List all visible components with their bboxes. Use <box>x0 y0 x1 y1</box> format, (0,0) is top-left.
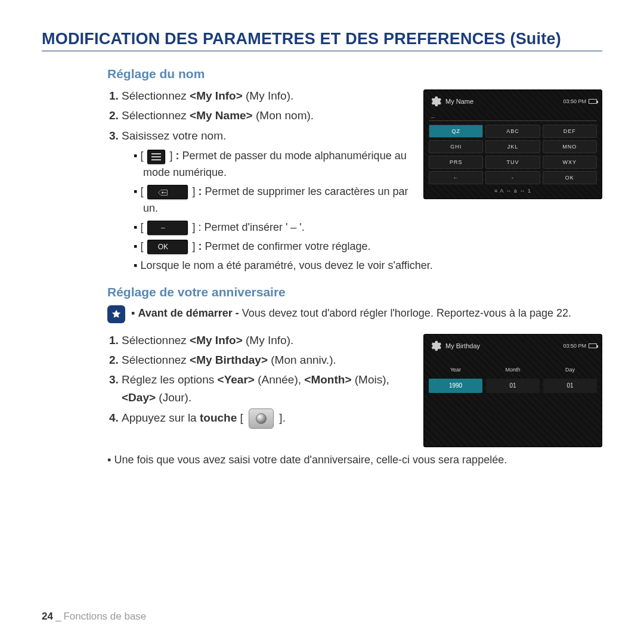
keypad-key: GHI <box>429 140 483 153</box>
sub-dash: [ ] : Permet d'insérer ' – '. <box>134 219 602 236</box>
date-column-label: Month <box>486 367 540 373</box>
keypad-key: ABC <box>485 125 540 138</box>
dash-key-icon <box>147 221 188 235</box>
battery-icon <box>589 343 597 348</box>
gear-icon <box>429 95 442 108</box>
keypad-key: PRS <box>429 156 483 169</box>
sub-ok: [ OK ] : Permet de confirmer votre régla… <box>134 239 602 255</box>
gear-icon <box>429 339 442 352</box>
device-bday-title: My Birthday <box>445 342 480 349</box>
mode-switch-key-icon <box>147 150 165 164</box>
device-my-name-screenshot: My Name 03:50 PM _ QZABCDEFGHIJKLMNOPRST… <box>423 89 602 199</box>
tip-row: ▪ Avant de démarrer - Vous devez tout d'… <box>107 305 602 323</box>
keypad-key: ← <box>429 171 483 184</box>
date-column-value: 01 <box>486 379 540 393</box>
battery-icon <box>589 99 597 104</box>
keypad-key: OK <box>543 171 597 184</box>
name-input-line: _ <box>429 112 597 121</box>
keypad-key: - <box>485 171 540 184</box>
date-column-value: 1990 <box>429 379 482 393</box>
keypad-key: JKL <box>485 140 540 153</box>
s2-note: Une fois que vous avez saisi votre date … <box>107 452 602 468</box>
ok-key-icon: OK <box>147 240 188 254</box>
date-column-value: 01 <box>543 379 597 393</box>
keypad-key: WXY <box>543 156 597 169</box>
device-time: 03:50 PM <box>563 98 586 104</box>
keypad-footer-hint: ≡ A ↔ a ↔ 1 <box>429 188 597 194</box>
device-bday-time: 03:50 PM <box>563 343 586 349</box>
backspace-key-icon <box>147 185 188 199</box>
date-column-label: Day <box>543 367 597 373</box>
date-column: Day01 <box>543 367 597 393</box>
center-button-icon <box>249 408 274 429</box>
keypad-key: MNO <box>543 140 597 153</box>
keypad-key: TUV <box>485 156 540 169</box>
section-heading-name: Réglage du nom <box>107 67 602 81</box>
keypad-key: QZ <box>429 125 483 138</box>
star-icon <box>107 305 125 323</box>
device-my-birthday-screenshot: My Birthday 03:50 PM Year1990Month01Day0… <box>423 334 602 447</box>
keypad-key: DEF <box>543 125 597 138</box>
date-column-label: Year <box>429 367 482 373</box>
section-heading-birthday: Réglage de votre anniversaire <box>107 285 602 299</box>
title-underline <box>42 51 602 51</box>
keypad-grid: QZABCDEFGHIJKLMNOPRSTUVWXY←-OK <box>429 125 597 184</box>
page-title: MODIFICATION DES PARAMETRES ET DES PREFE… <box>42 30 602 48</box>
device-title: My Name <box>445 98 473 105</box>
sub-final: Lorsque le nom a été paramétré, vous dev… <box>134 258 602 274</box>
date-column: Month01 <box>486 367 540 393</box>
date-columns: Year1990Month01Day01 <box>429 367 597 393</box>
date-column: Year1990 <box>429 367 482 393</box>
page-footer: 24_Fonctions de base <box>42 611 146 623</box>
